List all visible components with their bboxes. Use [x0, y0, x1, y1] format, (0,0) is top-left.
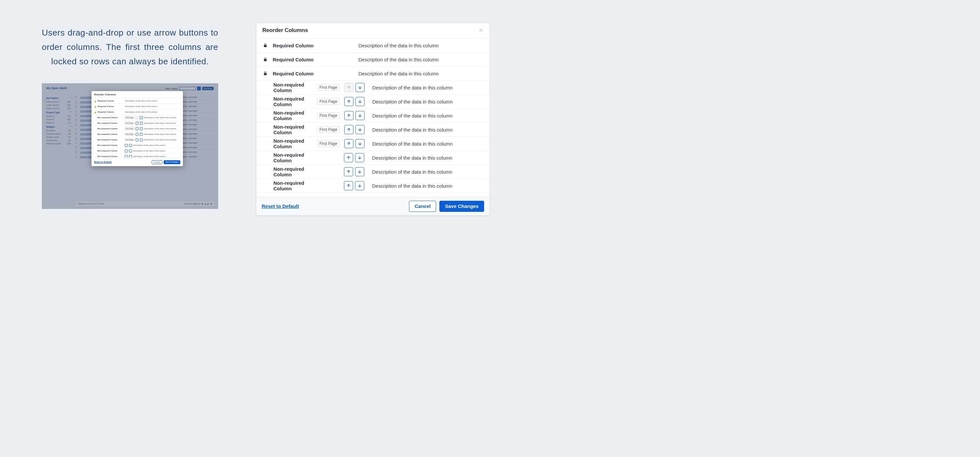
- move-up-button[interactable]: [344, 153, 353, 162]
- move-up-button: [344, 83, 353, 92]
- movable-column-row[interactable]: Non-required Column First Page Descripti…: [256, 109, 489, 123]
- required-column-row: Required Column Description of the data …: [256, 52, 489, 67]
- lock-icon: [262, 57, 268, 62]
- reorder-columns-dialog-thumbnail: Reorder Columns Required ColumnDescripti…: [91, 91, 183, 166]
- column-description: Description of the data in this column: [372, 99, 482, 105]
- reset-to-default-link[interactable]: Reset to Default: [262, 203, 299, 209]
- first-page-pill: First Page: [317, 126, 340, 133]
- column-name: Non-required Column: [274, 180, 316, 191]
- move-up-button[interactable]: [344, 125, 353, 134]
- lock-icon: [262, 43, 268, 48]
- move-down-button[interactable]: [355, 83, 364, 92]
- movable-column-row[interactable]: Non-required Column First Page Descripti…: [256, 95, 489, 109]
- column-description: Description of the data in this column: [358, 43, 482, 48]
- move-up-button[interactable]: [344, 111, 353, 120]
- cancel-button[interactable]: Cancel: [409, 201, 436, 212]
- column-description: Description of the data in this column: [372, 127, 482, 133]
- movable-column-row[interactable]: Non-required Column First Page Descripti…: [256, 137, 489, 151]
- move-down-button[interactable]: [355, 181, 364, 190]
- column-description: Description of the data in this column: [372, 183, 482, 189]
- move-down-button[interactable]: [355, 167, 364, 176]
- column-name: Required Column: [273, 43, 318, 48]
- first-page-pill: First Page: [317, 98, 340, 105]
- column-name: Non-required Column: [274, 152, 316, 163]
- column-description: Description of the data in this column: [372, 169, 482, 175]
- column-name: Required Column: [273, 71, 318, 76]
- move-down-button[interactable]: [355, 139, 364, 148]
- move-up-button[interactable]: [344, 97, 353, 106]
- column-description: Description of the data in this column: [372, 113, 482, 119]
- required-column-row: Required Column Description of the data …: [256, 38, 489, 52]
- column-description: Description of the data in this column: [372, 141, 482, 146]
- movable-column-row[interactable]: Non-required Column Description of the d…: [256, 179, 489, 193]
- column-description: Description of the data in this column: [372, 85, 482, 90]
- dialog-title: Reorder Columns: [262, 27, 308, 33]
- column-description: Description of the data in this column: [372, 155, 482, 160]
- required-column-row: Required Column Description of the data …: [256, 67, 489, 81]
- column-description: Description of the data in this column: [358, 71, 482, 76]
- movable-column-row[interactable]: Non-required Column First Page Descripti…: [256, 123, 489, 137]
- move-down-button[interactable]: [355, 153, 364, 162]
- first-page-pill: First Page: [317, 112, 340, 119]
- background-app-mock: My Open Work Filter Cases: Get Work My F…: [42, 83, 218, 209]
- column-name: Non-required Column: [274, 96, 316, 107]
- lock-icon: [262, 71, 268, 76]
- move-down-button[interactable]: [355, 97, 364, 106]
- move-up-button[interactable]: [344, 181, 353, 190]
- movable-column-row[interactable]: Non-required Column Description of the d…: [256, 165, 489, 179]
- column-name: Non-required Column: [274, 110, 316, 121]
- move-down-button[interactable]: [355, 111, 364, 120]
- caption-text: Users drag-and-drop or use arrow buttons…: [42, 25, 218, 69]
- close-icon[interactable]: ✕: [479, 27, 484, 33]
- column-name: Required Column: [273, 57, 318, 62]
- column-name: Non-required Column: [274, 166, 316, 177]
- first-page-pill: First Page: [317, 84, 340, 91]
- move-down-button[interactable]: [355, 125, 364, 134]
- first-page-pill: First Page: [317, 140, 340, 147]
- movable-column-row[interactable]: Non-required Column First Page Descripti…: [256, 81, 489, 95]
- save-changes-button[interactable]: Save Changes: [439, 201, 484, 212]
- movable-column-row[interactable]: Non-required Column Description of the d…: [256, 151, 489, 165]
- column-name: Non-required Column: [274, 124, 316, 135]
- column-description: Description of the data in this column: [358, 57, 482, 62]
- column-name: Non-required Column: [274, 138, 316, 149]
- reorder-columns-dialog: Reorder Columns ✕ Required Column Descri…: [256, 23, 490, 216]
- move-up-button[interactable]: [344, 139, 353, 148]
- column-name: Non-required Column: [274, 82, 316, 93]
- move-up-button[interactable]: [344, 167, 353, 176]
